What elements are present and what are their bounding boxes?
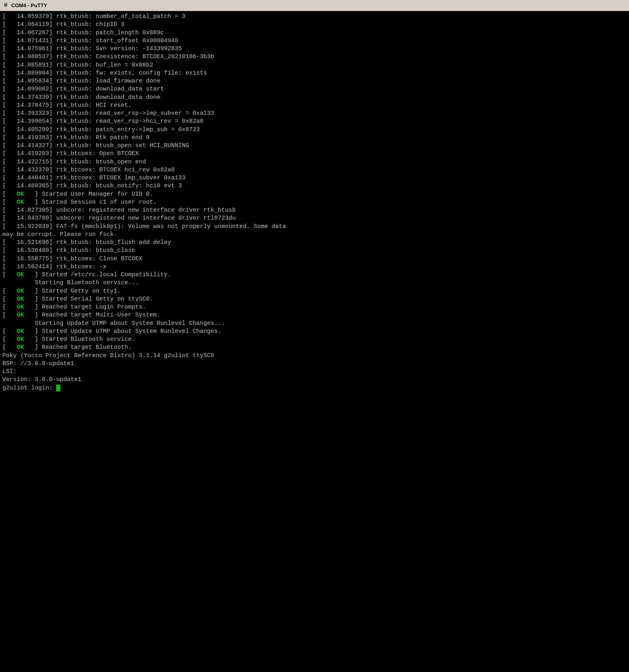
ok-status: OK	[10, 304, 31, 310]
ok-status: OK	[10, 328, 31, 335]
terminal-line: [ 14.419203] rtk_btcoex: Open BTCOEX	[2, 150, 627, 158]
terminal-line: [ 14.843780] usbcore: registered new int…	[2, 214, 627, 222]
terminal-line: [ OK ] Reached target Multi-User System.	[2, 311, 627, 319]
terminal-line: [ OK ] Reached target Login Prompts.	[2, 303, 627, 311]
terminal-line: [ 14.067267] rtk_btusb: patch_length 0x8…	[2, 29, 627, 37]
terminal-line: [ 16.536480] rtk_btusb: btusb_close	[2, 247, 627, 255]
terminal-line: [ 14.071431] rtk_btusb: start_offset 0x0…	[2, 37, 627, 45]
terminal-line: [ 14.085891] rtk_btusb: buf_len = 0x88b2	[2, 61, 627, 69]
terminal-line: Starting Update UTMP about System Runlev…	[2, 320, 627, 328]
terminal-line: [ OK ] Started Bluetooth service.	[2, 336, 627, 344]
ok-status: OK	[10, 344, 31, 351]
terminal-line: [ OK ] Reached target Bluetooth.	[2, 344, 627, 352]
ok-status: OK	[10, 199, 31, 206]
terminal-line: [ 14.405299] rtk_btusb: patch_entry->lmp…	[2, 126, 627, 134]
title-bar: 🖥 COM4 - PuTTY	[0, 0, 629, 11]
terminal-line: [ 14.099082] rtk_btusb: download_data st…	[2, 85, 627, 93]
terminal-line: [ 14.422715] rtk_btusb: btusb_open end	[2, 158, 627, 166]
terminal-line: [ 14.374330] rtk_btusb: download_data do…	[2, 94, 627, 102]
terminal-line: [ 14.414327] rtk_btusb: btusb_open set H…	[2, 142, 627, 150]
terminal-line: [ 14.080537] rtk_btusb: Coexistence: BTC…	[2, 53, 627, 61]
terminal-line: may be corrupt. Please run fsck.	[2, 231, 627, 239]
title-bar-text: COM4 - PuTTY	[11, 2, 47, 9]
terminal-line: Version: 3.0.0-update1	[2, 376, 627, 384]
terminal-line: [ 16.558775] rtk_btcoex: Close BTCOEX	[2, 255, 627, 263]
terminal-line: [ OK ] Started Getty on tty1.	[2, 287, 627, 295]
terminal-line: Starting Bluetooth service...	[2, 279, 627, 287]
terminal-line: Poky (Yocto Project Reference Distro) 3.…	[2, 352, 627, 360]
terminal-line: [ 14.075961] rtk_btusb: Svn version: -14…	[2, 45, 627, 53]
terminal-line: g2uliot login:	[2, 384, 627, 392]
terminal-line: [ 16.562414] rtk_btcoex: -x	[2, 263, 627, 271]
ok-status: OK	[10, 288, 31, 295]
terminal-line: [ OK ] Started User Manager for UID 0.	[2, 191, 627, 198]
terminal-line: [ OK ] Started Serial Getty on ttySC0.	[2, 295, 627, 303]
terminal-line: [ 14.059379] rtk_btusb: number_of_total_…	[2, 13, 627, 21]
terminal-line: [ OK ] Started /etc/rc.local Compatibili…	[2, 271, 627, 279]
terminal-line: [ 14.393323] rtk_btusb: read_ver_rsp->lm…	[2, 110, 627, 118]
putty-icon: 🖥	[2, 2, 9, 9]
ok-status: OK	[10, 312, 31, 318]
terminal-line: [ 14.460365] rtk_btusb: btusb_notify: hc…	[2, 182, 627, 190]
terminal-line: [ 14.440401] rtk_btcoex: BTCOEX lmp_subv…	[2, 174, 627, 182]
terminal-line: [ 14.378475] rtk_btusb: HCI reset.	[2, 102, 627, 110]
terminal-line: BSP: //3.0.0-update1	[2, 360, 627, 368]
ok-status: OK	[10, 296, 31, 303]
terminal-line: LSI:	[2, 368, 627, 376]
terminal-cursor	[56, 385, 60, 391]
terminal-line: [ 16.521696] rtk_btusb: btusb_flush add …	[2, 239, 627, 247]
terminal-line: [ 14.399054] rtk_btusb: read_ver_rsp->hc…	[2, 118, 627, 126]
terminal-line: [ 14.410383] rtk_btusb: Rtk patch end 0	[2, 134, 627, 142]
ok-status: OK	[10, 336, 31, 343]
ok-status: OK	[10, 191, 31, 198]
terminal-line: [ 14.089804] rtk_btusb: fw: exists, conf…	[2, 69, 627, 77]
terminal-line: [ 14.827305] usbcore: registered new int…	[2, 206, 627, 214]
ok-status: OK	[10, 271, 31, 278]
terminal-line: [ 14.432370] rtk_btcoex: BTCOEX hci_rev …	[2, 166, 627, 174]
terminal-line: [ 15.922039] FAT-fs (mmcblk0p1): Volume …	[2, 223, 627, 231]
terminal[interactable]: [ 14.059379] rtk_btusb: number_of_total_…	[0, 11, 629, 394]
terminal-line: [ OK ] Started Session c1 of user root.	[2, 198, 627, 206]
terminal-line: [ OK ] Started Update UTMP about System …	[2, 328, 627, 336]
terminal-line: [ 14.064119] rtk_btusb: chipID 3	[2, 21, 627, 29]
terminal-line: [ 14.095034] rtk_btusb: load_firmware do…	[2, 77, 627, 85]
